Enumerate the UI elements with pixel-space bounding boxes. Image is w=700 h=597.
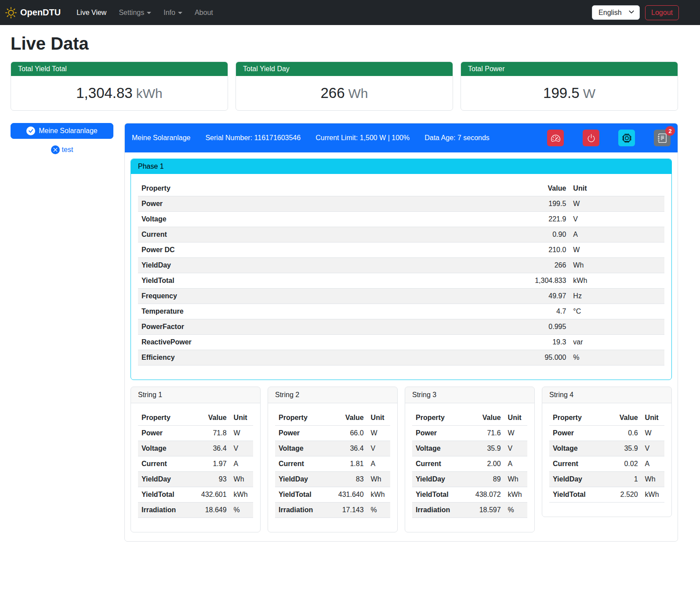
table-row: ReactivePower19.3var [138, 335, 664, 350]
property-cell: Current [549, 456, 602, 472]
selected-inverter-button[interactable]: Meine Solaranlage [11, 123, 113, 139]
inverter-sidebar: Meine Solaranlage test [11, 123, 113, 154]
sun-icon [5, 7, 17, 18]
power-toggle-button[interactable] [583, 130, 599, 146]
inverter-limit: Current Limit: 1,500 W | 100% [316, 134, 410, 142]
total-yield-day-card: Total Yield Day 266Wh [236, 62, 453, 111]
total-yield-day-value: 266 [320, 85, 345, 101]
value-cell: 19.3 [454, 335, 570, 350]
value-cell: 1,304.833 [454, 273, 570, 289]
caret-down-icon [178, 12, 182, 14]
property-cell: Irradiation [138, 503, 191, 518]
table-header-row: Property Value Unit [138, 410, 253, 426]
table-row: YieldDay1Wh [549, 472, 664, 487]
string-title: String 2 [268, 387, 397, 403]
string-3-card: String 3 Property Value Unit [405, 387, 535, 532]
property-cell: YieldDay [138, 258, 454, 273]
unit-cell: W [230, 426, 253, 441]
other-inverter-label: test [62, 146, 73, 154]
top-navbar: OpenDTU Live View Settings Info About En… [0, 0, 700, 25]
string-1-card: String 1 Property Value Unit [131, 387, 261, 532]
device-info-button[interactable] [618, 130, 635, 146]
check-circle-icon [26, 127, 35, 135]
gauge-icon [551, 134, 560, 143]
table-row: Current1.97A [138, 456, 253, 472]
value-cell: 35.9 [465, 441, 504, 456]
table-row: Current1.81A [275, 456, 390, 472]
table-row: Voltage35.9V [412, 441, 527, 456]
phase-title: Phase 1 [131, 159, 671, 174]
unit-cell: Wh [230, 472, 253, 487]
column-header: Value [602, 410, 642, 426]
value-cell: 210.0 [454, 242, 570, 258]
unit-cell: kWh [569, 273, 664, 289]
unit-cell: var [569, 335, 664, 350]
unit-cell: Wh [504, 472, 527, 487]
property-cell: Irradiation [275, 503, 328, 518]
table-row: Power0.6W [549, 426, 664, 441]
property-cell: Current [275, 456, 328, 472]
power-icon [587, 134, 596, 143]
table-row: Voltage35.9V [549, 441, 664, 456]
property-cell: YieldTotal [138, 273, 454, 289]
property-cell: Voltage [138, 441, 191, 456]
column-header: Unit [230, 410, 253, 426]
inverter-panel: Meine Solaranlage Serial Number: 1161716… [124, 123, 678, 542]
value-cell: 83 [328, 472, 367, 487]
column-header: Property [138, 181, 454, 196]
unit-cell: W [642, 426, 664, 441]
value-cell: 431.640 [328, 487, 367, 503]
value-cell: 36.4 [328, 441, 367, 456]
nav-live-view[interactable]: Live View [71, 5, 112, 20]
limit-settings-button[interactable] [547, 130, 564, 146]
property-cell: Frequency [138, 289, 454, 304]
value-cell: 266 [454, 258, 570, 273]
value-cell: 1 [602, 472, 642, 487]
app-brand[interactable]: OpenDTU [5, 7, 61, 18]
value-cell: 2.520 [602, 487, 642, 503]
unit-cell: W [569, 242, 664, 258]
unit-cell: Hz [569, 289, 664, 304]
language-select[interactable]: English [592, 5, 640, 20]
table-row: Efficiency95.000% [138, 350, 664, 365]
event-log-button[interactable]: 2 [654, 130, 671, 146]
table-row: YieldTotal1,304.833kWh [138, 273, 664, 289]
unit-cell: kWh [367, 487, 390, 503]
property-cell: Current [138, 456, 191, 472]
value-cell: 0.90 [454, 227, 570, 242]
page-title: Live Data [11, 34, 678, 54]
unit-cell: % [367, 503, 390, 518]
property-cell: Voltage [275, 441, 328, 456]
property-cell: Power [412, 426, 465, 441]
value-cell: 49.97 [454, 289, 570, 304]
string-title: String 1 [131, 387, 260, 403]
table-header-row: Property Value Unit [138, 181, 664, 196]
value-cell: 93 [191, 472, 230, 487]
table-row: Voltage36.4V [275, 441, 390, 456]
nav-about[interactable]: About [189, 5, 218, 20]
value-cell: 95.000 [454, 350, 570, 365]
value-cell: 71.8 [191, 426, 230, 441]
value-cell: 17.143 [328, 503, 367, 518]
other-inverter-link[interactable]: test [11, 145, 113, 154]
unit-cell: V [569, 212, 664, 227]
table-row: Voltage36.4V [138, 441, 253, 456]
unit-cell: kWh [642, 487, 664, 503]
table-row: Power199.5W [138, 196, 664, 212]
table-row: Power66.0W [275, 426, 390, 441]
inverter-name: Meine Solaranlage [132, 134, 190, 142]
column-header: Unit [367, 410, 390, 426]
value-cell: 35.9 [602, 441, 642, 456]
value-cell: 89 [465, 472, 504, 487]
unit-cell: A [642, 456, 664, 472]
total-yield-day-unit: Wh [348, 86, 368, 101]
nav-settings[interactable]: Settings [113, 5, 156, 20]
total-power-card: Total Power 199.5W [461, 62, 678, 111]
unit-cell: V [230, 441, 253, 456]
inverter-data-age: Data Age: 7 seconds [424, 134, 490, 142]
unit-cell: V [504, 441, 527, 456]
nav-info[interactable]: Info [158, 5, 188, 20]
string-title: String 4 [542, 387, 671, 403]
logout-button[interactable]: Logout [645, 5, 679, 20]
table-row: Voltage221.9V [138, 212, 664, 227]
